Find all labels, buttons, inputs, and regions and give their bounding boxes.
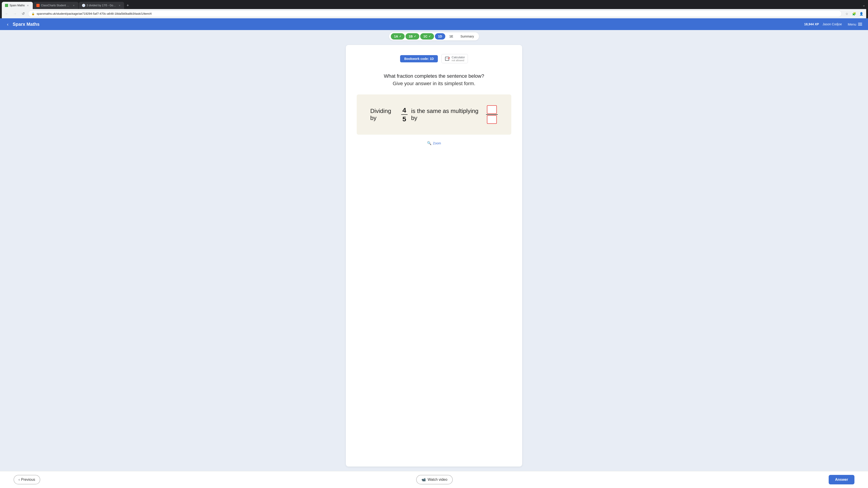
tab-classcharts-close[interactable]: ✕ <box>72 4 75 7</box>
forward-nav-button[interactable]: → <box>12 11 18 17</box>
tab-1B[interactable]: 1B ✓ <box>405 33 419 39</box>
tab-1D-label: 1D <box>438 35 442 38</box>
tab-sparx-close[interactable]: ✕ <box>26 4 30 7</box>
main-content: Bookwork code: 1D ≡ ✗ Calculator not all… <box>0 40 868 471</box>
answer-label: Answer <box>835 478 848 482</box>
tab-google[interactable]: G 3 divided by 17/5 - Google S... ✕ <box>79 2 124 9</box>
math-box: Dividing by 4 5 is the same as multiplyi… <box>357 94 511 135</box>
browser-chrome: Sparx Maths ✕ ClassCharts Student App ✕ … <box>0 0 868 18</box>
calculator-icon-inner: ≡ ✗ <box>445 57 449 61</box>
tab-1A-label: 1A <box>394 35 398 38</box>
google-favicon: G <box>82 4 85 7</box>
fraction-input-divider <box>486 114 498 115</box>
header-right: 18,944 XP Jason Codjoe Menu <box>804 21 864 28</box>
tab-google-close[interactable]: ✕ <box>118 4 121 7</box>
previous-label: Previous <box>21 478 35 482</box>
question-line-1: What fraction completes the sentence bel… <box>357 72 511 80</box>
hamburger-line-2 <box>858 24 862 24</box>
previous-button[interactable]: ‹ Previous <box>13 475 40 484</box>
previous-chevron-icon: ‹ <box>19 478 20 482</box>
bookwork-code-label: Bookwork code: 1D <box>404 57 434 61</box>
calculator-text: Calculator not allowed <box>452 56 465 62</box>
fraction-denominator: 5 <box>402 115 406 123</box>
tab-end-space: ⌄ <box>131 2 866 9</box>
calculator-label: Calculator <box>452 56 465 59</box>
tab-end-button[interactable]: ⌄ <box>862 2 866 8</box>
tab-classcharts-title: ClassCharts Student App <box>41 4 70 7</box>
tab-1C[interactable]: 1C ✓ <box>420 33 434 39</box>
tab-1B-check-icon: ✓ <box>414 35 416 38</box>
back-arrow-icon: ‹ <box>7 22 8 27</box>
watch-video-button[interactable]: 📹 Watch video <box>416 475 453 484</box>
bookwork-bar: Bookwork code: 1D ≡ ✗ Calculator not all… <box>357 54 511 63</box>
reload-nav-button[interactable]: ↺ <box>20 11 26 17</box>
fraction-display: 4 5 <box>401 106 408 123</box>
app-header: ‹ Sparx Maths 18,944 XP Jason Codjoe Men… <box>0 18 868 30</box>
hamburger-line-3 <box>858 25 862 26</box>
zoom-label: Zoom <box>433 141 441 145</box>
math-suffix: is the same as multiplying by <box>411 107 483 122</box>
task-tabs-container: 1A ✓ 1B ✓ 1C ✓ 1D 1E Summary <box>0 30 868 40</box>
back-nav-button[interactable]: ← <box>4 11 10 17</box>
fraction-input <box>486 105 498 124</box>
sparx-favicon <box>5 4 8 7</box>
address-actions: ☆ 🧩 👤 <box>844 11 864 17</box>
address-input[interactable]: 🔒 sparxmaths.uk/student/package/ae719294… <box>28 10 842 17</box>
task-tabs: 1A ✓ 1B ✓ 1C ✓ 1D 1E Summary <box>389 32 479 40</box>
question-card: Bookwork code: 1D ≡ ✗ Calculator not all… <box>346 45 522 466</box>
username: Jason Codjoe <box>823 22 842 26</box>
denominator-input-box[interactable] <box>487 115 497 124</box>
bookmark-icon[interactable]: ☆ <box>844 11 850 17</box>
numerator-input-box[interactable] <box>487 105 497 114</box>
tab-1A-check-icon: ✓ <box>399 35 401 38</box>
calculator-icon: ≡ ✗ <box>444 56 450 61</box>
tab-1D[interactable]: 1D <box>435 33 445 39</box>
classcharts-favicon <box>36 4 39 7</box>
tab-1C-check-icon: ✓ <box>429 35 431 38</box>
address-lock-icon: 🔒 <box>31 12 35 15</box>
profile-icon[interactable]: 👤 <box>858 11 864 17</box>
app-back-button[interactable]: ‹ <box>4 20 12 28</box>
zoom-icon: 🔍 <box>427 141 432 145</box>
tab-bar: Sparx Maths ✕ ClassCharts Student App ✕ … <box>2 2 866 9</box>
app-logo: Sparx Maths <box>13 22 39 27</box>
question-text: What fraction completes the sentence bel… <box>357 72 511 87</box>
math-sentence: Dividing by 4 5 is the same as multiplyi… <box>370 105 498 124</box>
tab-1C-label: 1C <box>423 35 428 38</box>
extensions-icon[interactable]: 🧩 <box>851 11 857 17</box>
calculator-x-overlay: ✗ <box>448 57 450 60</box>
video-camera-icon: 📹 <box>422 478 426 482</box>
calculator-info: ≡ ✗ Calculator not allowed <box>441 54 468 63</box>
tab-classcharts[interactable]: ClassCharts Student App ✕ <box>33 2 79 9</box>
page-background: 1A ✓ 1B ✓ 1C ✓ 1D 1E Summary <box>0 30 868 488</box>
calculator-status: not allowed <box>452 59 465 62</box>
watch-video-label: Watch video <box>428 478 447 482</box>
tab-google-title: 3 divided by 17/5 - Google S... <box>87 4 117 7</box>
tab-1B-label: 1B <box>409 35 413 38</box>
address-text: sparxmaths.uk/student/package/ae719294-5… <box>37 12 838 15</box>
xp-badge: 18,944 XP <box>804 22 819 26</box>
tab-1E-label: 1E <box>450 35 453 38</box>
zoom-button[interactable]: 🔍 Zoom <box>425 140 443 146</box>
question-line-2: Give your answer in its simplest form. <box>357 80 511 87</box>
menu-label: Menu <box>848 22 856 26</box>
new-tab-button[interactable]: + <box>125 2 131 8</box>
answer-button[interactable]: Answer <box>829 475 855 484</box>
tab-sparx-title: Sparx Maths <box>9 4 25 7</box>
bookwork-code-button[interactable]: Bookwork code: 1D <box>400 55 438 62</box>
tab-1A[interactable]: 1A ✓ <box>391 33 405 39</box>
tab-summary-label: Summary <box>460 35 474 38</box>
tab-1E[interactable]: 1E <box>446 33 456 39</box>
tab-sparx[interactable]: Sparx Maths ✕ <box>2 2 33 9</box>
math-prefix: Dividing by <box>370 107 398 122</box>
menu-button[interactable]: Menu <box>845 21 864 28</box>
bottom-nav: ‹ Previous 📹 Watch video Answer <box>0 471 868 488</box>
tab-summary[interactable]: Summary <box>457 33 477 39</box>
fraction-numerator: 4 <box>402 106 406 114</box>
hamburger-line-1 <box>858 23 862 23</box>
address-bar-row: ← → ↺ 🔒 sparxmaths.uk/student/package/ae… <box>2 9 866 18</box>
hamburger-icon <box>858 23 862 26</box>
